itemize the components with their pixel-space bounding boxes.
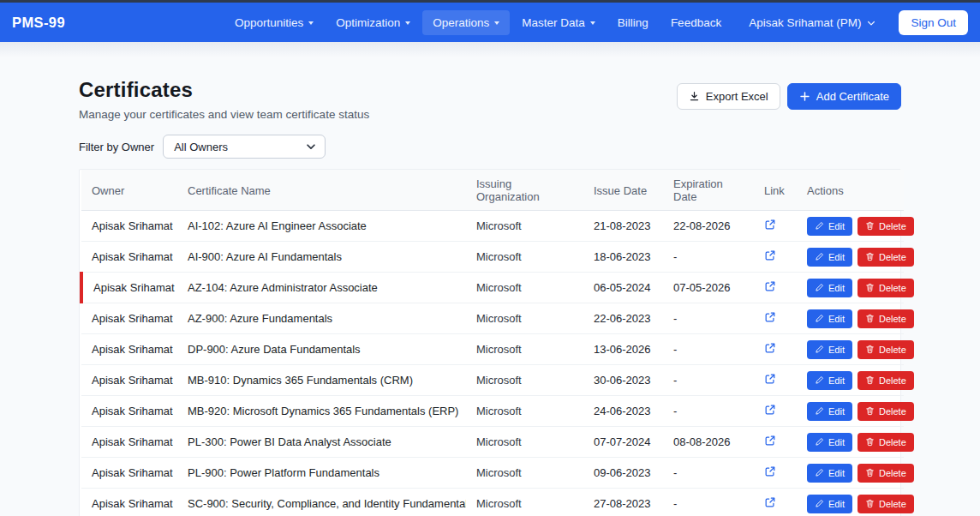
sign-out-button[interactable]: Sign Out (899, 10, 968, 35)
edit-button[interactable]: Edit (807, 340, 852, 359)
trash-icon (865, 314, 875, 323)
edit-button[interactable]: Edit (807, 217, 852, 236)
external-link-icon[interactable] (764, 496, 776, 508)
delete-button[interactable]: Delete (858, 433, 914, 452)
brand-logo[interactable]: PMS-99 (12, 15, 65, 31)
issuing-org-cell: Microsoft (466, 334, 583, 365)
external-link-icon[interactable] (764, 342, 776, 354)
nav-item-master-data[interactable]: Master Data (511, 10, 606, 35)
edit-button[interactable]: Edit (807, 433, 852, 452)
delete-button[interactable]: Delete (858, 279, 914, 297)
edit-button[interactable]: Edit (807, 279, 852, 297)
table-row: Apisak Srihamat AZ-104: Azure Administra… (81, 273, 904, 303)
edit-button[interactable]: Edit (807, 464, 852, 483)
issue-date-cell: 09-06-2023 (583, 458, 663, 489)
external-link-icon[interactable] (764, 219, 776, 231)
caret-down-icon (405, 21, 410, 25)
delete-button[interactable]: Delete (858, 464, 914, 483)
download-icon (689, 91, 700, 102)
edit-button[interactable]: Edit (807, 495, 852, 513)
nav-item-optimization[interactable]: Optimization (326, 10, 421, 35)
issuing-org-cell: Microsoft (466, 273, 583, 303)
trash-icon (865, 375, 875, 385)
issue-date-cell: 18-06-2023 (583, 242, 663, 273)
owner-filter-value: All Owners (174, 141, 228, 153)
plus-icon (799, 91, 810, 102)
pencil-icon (815, 375, 824, 385)
table-header-row: Owner Certificate Name Issuing Organizat… (81, 170, 904, 211)
delete-button[interactable]: Delete (858, 340, 914, 359)
delete-button[interactable]: Delete (858, 217, 914, 236)
certificate-name-cell: MB-920: Microsoft Dynamics 365 Fundament… (177, 396, 466, 427)
external-link-icon[interactable] (764, 465, 776, 477)
issuing-org-cell: Microsoft (466, 458, 583, 489)
pencil-icon (815, 437, 824, 447)
expiration-date-cell: - (663, 334, 754, 365)
delete-button[interactable]: Delete (858, 371, 914, 390)
expiration-date-cell: - (663, 458, 754, 489)
expiration-date-cell: 08-08-2026 (663, 427, 754, 458)
col-header-expiration-date: Expiration Date (663, 170, 754, 211)
edit-button[interactable]: Edit (807, 402, 852, 421)
col-header-actions: Actions (797, 170, 904, 211)
nav-item-opportunities[interactable]: Opportunities (224, 10, 324, 35)
pencil-icon (815, 221, 824, 231)
table-row: Apisak Srihamat AI-102: Azure AI Enginee… (81, 211, 904, 242)
table-row: Apisak Srihamat SC-900: Security, Compli… (81, 489, 904, 516)
chevron-down-icon (866, 18, 876, 28)
expiration-date-cell: 22-08-2026 (663, 211, 754, 242)
delete-button[interactable]: Delete (858, 402, 914, 421)
nav-item-operations[interactable]: Operations (422, 10, 510, 35)
edit-button[interactable]: Edit (807, 309, 852, 328)
table-row: Apisak Srihamat PL-300: Power BI Data An… (81, 427, 904, 458)
certificate-name-cell: AI-900: Azure AI Fundamentals (177, 242, 466, 273)
owner-cell: Apisak Srihamat (81, 334, 177, 365)
pencil-icon (815, 499, 824, 508)
owner-filter-select[interactable]: All Owners (163, 135, 326, 159)
owner-cell: Apisak Srihamat (81, 489, 177, 516)
col-header-issue-date: Issue Date (583, 170, 663, 211)
certificate-name-cell: AI-102: Azure AI Engineer Associate (177, 211, 466, 242)
pencil-icon (815, 252, 824, 261)
edit-button[interactable]: Edit (807, 248, 852, 267)
owner-cell: Apisak Srihamat (81, 211, 177, 242)
external-link-icon[interactable] (764, 249, 776, 261)
table-row: Apisak Srihamat AZ-900: Azure Fundamenta… (81, 303, 904, 334)
delete-button[interactable]: Delete (858, 248, 914, 267)
header-actions: Export Excel Add Certificate (677, 83, 901, 110)
table-row: Apisak Srihamat MB-910: Dynamics 365 Fun… (81, 365, 904, 396)
edit-button[interactable]: Edit (807, 371, 852, 390)
page-title: Certificates (79, 78, 369, 102)
export-excel-button[interactable]: Export Excel (677, 83, 780, 110)
table-row: Apisak Srihamat DP-900: Azure Data Funda… (81, 334, 904, 365)
add-certificate-button[interactable]: Add Certificate (787, 83, 901, 110)
issuing-org-cell: Microsoft (466, 396, 583, 427)
nav-item-billing[interactable]: Billing (607, 10, 659, 35)
external-link-icon[interactable] (764, 435, 776, 447)
col-header-issuing-organization: Issuing Organization (466, 170, 583, 211)
delete-button[interactable]: Delete (858, 309, 914, 328)
issue-date-cell: 13-06-2026 (583, 334, 663, 365)
nav-item-feedback[interactable]: Feedback (660, 10, 732, 35)
issue-date-cell: 06-05-2024 (583, 273, 663, 303)
table-row: Apisak Srihamat PL-900: Power Platform F… (81, 458, 904, 489)
certificate-name-cell: AZ-104: Azure Administrator Associate (177, 273, 466, 303)
delete-button[interactable]: Delete (858, 495, 914, 513)
external-link-icon[interactable] (764, 280, 776, 292)
page-header: Certificates Manage your certificates an… (79, 78, 901, 121)
trash-icon (865, 499, 875, 508)
external-link-icon[interactable] (764, 373, 776, 385)
pencil-icon (815, 345, 824, 354)
owner-filter-label: Filter by Owner (79, 141, 154, 153)
user-menu[interactable]: Apisak Srihamat (PM) (738, 10, 887, 35)
issuing-org-cell: Microsoft (466, 211, 583, 242)
external-link-icon[interactable] (764, 404, 776, 416)
navbar-shadow (0, 42, 980, 57)
owner-cell: Apisak Srihamat (81, 303, 177, 334)
table-row: Apisak Srihamat AI-900: Azure AI Fundame… (81, 242, 904, 273)
table-row: Apisak Srihamat MB-920: Microsoft Dynami… (81, 396, 904, 427)
expiration-date-cell: - (663, 396, 754, 427)
owner-cell: Apisak Srihamat (81, 273, 177, 303)
trash-icon (865, 283, 875, 292)
external-link-icon[interactable] (764, 311, 776, 323)
